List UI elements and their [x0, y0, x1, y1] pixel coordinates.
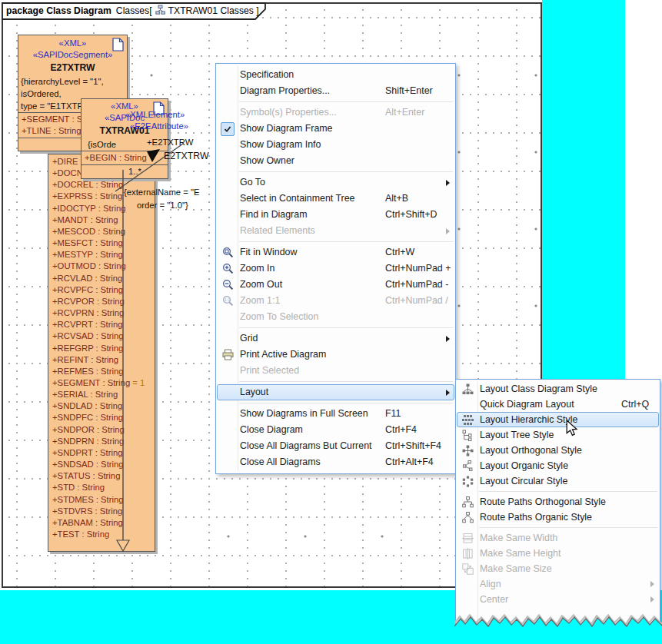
- attribute: +STDMES : String: [48, 494, 155, 506]
- class-name: E2TXTRW: [18, 61, 127, 75]
- menu-item-label: Align: [480, 576, 501, 592]
- menu-item-label: Select in Containment Tree: [240, 191, 354, 207]
- menu-item-route-paths-orthogonal-style[interactable]: Route Paths Orthogonal Style: [456, 494, 660, 510]
- menu-item-make-same-size[interactable]: Make Same Size: [456, 561, 660, 576]
- diagram-title: package Class Diagram Classes[ TXTRAW01 …: [6, 3, 259, 18]
- menu-item-zoom-out[interactable]: Zoom OutCtrl+NumPad -: [216, 277, 455, 293]
- menu-item-label: Make Same Size: [480, 561, 552, 576]
- menu-item-close-all-diagrams[interactable]: Close All DiagramsCtrl+Alt+F4: [216, 454, 455, 470]
- menu-item-grid[interactable]: Grid: [216, 330, 455, 347]
- submenu-arrow-icon: [446, 180, 450, 186]
- menu-item-layout-orthogonal-style[interactable]: Layout Orthogonal Style: [456, 443, 660, 458]
- layout-hierarchic-style-icon: [457, 412, 477, 427]
- menu-item-diagram-properties[interactable]: Diagram Properties...Shift+Enter: [216, 83, 455, 99]
- association-constraint: order = "1.0"}: [137, 201, 188, 210]
- menu-item-find-in-diagram[interactable]: Find in DiagramCtrl+Shift+D: [216, 207, 455, 223]
- menu-icon-empty: [457, 397, 477, 412]
- menu-item-center[interactable]: Center: [456, 592, 660, 607]
- attribute: +RCVPRN : String: [48, 307, 155, 319]
- menu-item-route-paths-organic-style[interactable]: Route Paths Organic Style: [456, 510, 660, 525]
- association-role-label: +E2TXTRW: [147, 138, 193, 147]
- menu-icon-empty: [218, 137, 238, 153]
- stereotype-label: «SAPIDocSegment»: [18, 49, 127, 61]
- menu-item-show-owner[interactable]: Show Owner: [216, 153, 455, 169]
- menu-item-go-to[interactable]: Go To: [216, 174, 455, 191]
- menu-item-show-diagrams-in-full-screen[interactable]: Show Diagrams in Full ScreenF11: [216, 406, 455, 422]
- menu-item-label: Related Elements: [240, 223, 315, 239]
- menu-item-close-diagram[interactable]: Close DiagramCtrl+F4: [216, 422, 455, 438]
- fit-in-window-icon: [218, 244, 238, 261]
- menu-item-related-elements[interactable]: Related Elements: [216, 223, 455, 239]
- menu-icon-empty: [218, 223, 238, 239]
- menu-item-select-in-containment-tree[interactable]: Select in Containment TreeAlt+B: [216, 191, 455, 207]
- attribute: +SNDPRT : String: [48, 447, 155, 459]
- menu-icon-empty: [218, 105, 238, 121]
- association-stereotype: «XMLElement»: [125, 110, 185, 119]
- menu-item-shortcut: Ctrl+NumPad +: [385, 261, 451, 277]
- menu-item-label: Symbol(s) Properties...: [240, 105, 337, 121]
- menu-item-shortcut: Ctrl+NumPad -: [385, 277, 448, 293]
- attribute: +SERIAL : String: [48, 389, 155, 400]
- menu-item-label: Layout Organic Style: [480, 458, 568, 473]
- menu-item-layout-tree-style[interactable]: Layout Tree Style: [456, 427, 660, 443]
- attribute: +SNDPOR : String: [48, 424, 155, 436]
- menu-icon-empty: [218, 454, 238, 470]
- menu-item-label: Zoom 1:1: [240, 293, 280, 309]
- menu-item-print-active-diagram[interactable]: Print Active Diagram: [216, 347, 455, 363]
- route-paths-orthogonal-style-icon: [457, 494, 477, 510]
- menu-item-shortcut: F11: [385, 406, 401, 422]
- layout-class-diagram-style-icon: [457, 381, 477, 397]
- menu-item-zoom-to-selection[interactable]: Zoom To Selection: [216, 309, 455, 325]
- menu-item-shortcut: Ctrl+NumPad /: [385, 293, 448, 309]
- menu-item-print-selected[interactable]: Print Selected: [216, 363, 455, 379]
- menu-item-align[interactable]: Align: [456, 576, 660, 592]
- attributes-compartment: +BEGIN : String: [82, 151, 168, 164]
- menu-item-shortcut: Ctrl+Shift+F4: [385, 438, 441, 454]
- print-icon: [218, 347, 238, 363]
- make-same-width-icon: [457, 530, 477, 546]
- menu-item-label: Print Selected: [240, 363, 299, 379]
- menu-item-layout-hierarchic-style[interactable]: Layout Hierarchic Style: [456, 412, 660, 427]
- menu-icon-empty: [218, 363, 238, 379]
- attributes-compartment: +DIRE+DOCN+DOCREL : String+EXPRSS : Stri…: [48, 156, 155, 540]
- attribute: +RCVPOR : String: [48, 296, 155, 307]
- menu-item-shortcut: Ctrl+Alt+F4: [385, 454, 434, 470]
- menu-icon-empty: [218, 422, 238, 438]
- attribute: +TEST : String: [48, 529, 155, 540]
- menu-item-label: Route Paths Orthogonal Style: [480, 494, 606, 510]
- menu-item-symbol-s-properties[interactable]: Symbol(s) Properties...Alt+Enter: [216, 105, 455, 121]
- menu-item-label: Go To: [240, 174, 265, 191]
- menu-item-zoom-1-1[interactable]: 1:1Zoom 1:1Ctrl+NumPad /: [216, 293, 455, 309]
- diagram-frame-tab[interactable]: package Class Diagram Classes[ TXTRAW01 …: [2, 2, 271, 22]
- menu-item-layout-circular-style[interactable]: Layout Circular Style: [456, 473, 660, 489]
- menu-item-label: Close All Diagrams But Current: [240, 438, 371, 454]
- menu-icon-empty: [218, 330, 238, 347]
- tag-line: {hierarchyLevel = "1",: [18, 75, 127, 88]
- attribute: +STATUS : String: [48, 470, 155, 482]
- make-same-size-icon: [457, 561, 477, 576]
- menu-item-layout-class-diagram-style[interactable]: Layout Class Diagram Style: [456, 381, 660, 397]
- menu-item-zoom-in[interactable]: Zoom InCtrl+NumPad +: [216, 261, 455, 277]
- submenu-arrow-icon: [650, 596, 654, 603]
- menu-icon-empty: [218, 207, 238, 223]
- checkbox-checked-icon: [218, 121, 238, 137]
- menu-item-close-all-diagrams-but-current[interactable]: Close All Diagrams But CurrentCtrl+Shift…: [216, 438, 455, 454]
- attribute: +SEGMENT : String = 1: [48, 377, 155, 389]
- class-attribute-list[interactable]: +DIRE+DOCN+DOCREL : String+EXPRSS : Stri…: [48, 154, 155, 552]
- menu-item-layout-organic-style[interactable]: Layout Organic Style: [456, 458, 660, 473]
- menu-item-make-same-height[interactable]: Make Same Height: [456, 546, 660, 561]
- menu-item-quick-diagram-layout[interactable]: Quick Diagram LayoutCtrl+Q: [456, 397, 660, 412]
- menu-item-show-diagram-frame[interactable]: Show Diagram Frame: [216, 121, 455, 137]
- menu-item-layout[interactable]: Layout: [216, 384, 455, 400]
- menu-icon-empty: [218, 384, 238, 400]
- menu-item-specification[interactable]: Specification: [216, 67, 455, 83]
- menu-item-label: Layout Class Diagram Style: [480, 381, 597, 397]
- menu-item-label: Close All Diagrams: [240, 454, 321, 470]
- menu-separator: [456, 489, 660, 494]
- attribute: +MANDT : String: [48, 214, 155, 226]
- menu-item-make-same-width[interactable]: Make Same Width: [456, 530, 660, 546]
- menu-item-label: Layout: [240, 384, 268, 400]
- menu-item-show-diagram-info[interactable]: Show Diagram Info: [216, 137, 455, 153]
- association-constraint: {externalName = "E: [124, 188, 200, 197]
- menu-item-fit-in-window[interactable]: Fit in WindowCtrl+W: [216, 244, 455, 261]
